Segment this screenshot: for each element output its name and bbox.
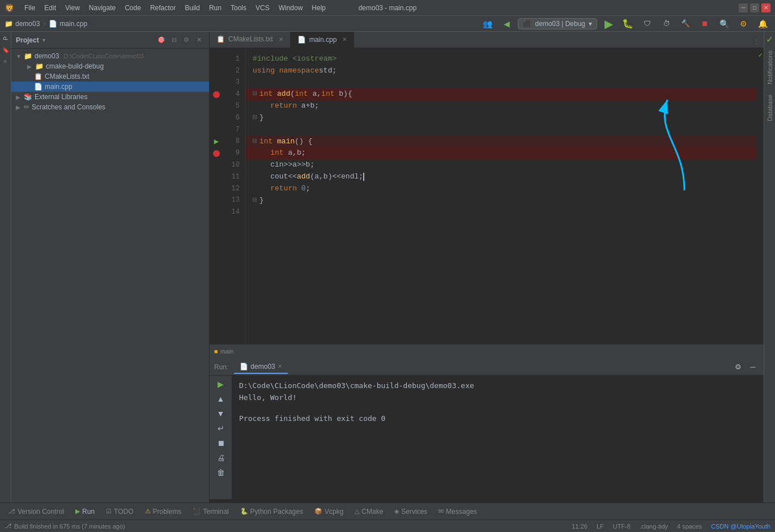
tree-main-cpp[interactable]: 📄 main.cpp bbox=[11, 82, 209, 92]
menu-edit[interactable]: Edit bbox=[41, 3, 59, 13]
run-stop-button[interactable]: ⏹ bbox=[215, 437, 227, 449]
scratch-icon: ✏ bbox=[24, 103, 29, 111]
run-with-coverage-button[interactable]: 🛡 bbox=[639, 16, 655, 32]
right-sidebar: ✓ Notifications Database bbox=[764, 32, 775, 503]
close-button[interactable]: ✕ bbox=[761, 3, 770, 12]
tree-cmakelists[interactable]: 📋 CMakeLists.txt bbox=[11, 71, 209, 82]
tab-cpp-icon: 📄 bbox=[297, 36, 306, 44]
menu-refactor[interactable]: Refactor bbox=[147, 3, 179, 13]
menu-run[interactable]: Run bbox=[206, 3, 225, 13]
btab-services[interactable]: ◈ Services bbox=[389, 505, 433, 518]
run-wrap-button[interactable]: ↵ bbox=[215, 422, 227, 435]
run-scroll-down-button[interactable]: ▼ bbox=[215, 407, 227, 420]
locate-file-button[interactable]: 🎯 bbox=[156, 35, 167, 46]
build-button[interactable]: 🔨 bbox=[678, 16, 693, 32]
bookmarks-icon[interactable]: 🔖 bbox=[1, 45, 10, 54]
btab-cmake[interactable]: △ CMake bbox=[349, 505, 389, 518]
run-collapse-button[interactable]: ─ bbox=[747, 361, 759, 373]
bp-7 bbox=[210, 124, 223, 136]
menu-vcs[interactable]: VCS bbox=[252, 3, 273, 13]
menu-view[interactable]: View bbox=[62, 3, 83, 13]
run-button[interactable]: ▶ bbox=[601, 16, 616, 32]
menu-window[interactable]: Window bbox=[275, 3, 306, 13]
structure-icon[interactable]: ≡ bbox=[1, 57, 10, 66]
btab-version-control[interactable]: ⎇ Version Control bbox=[2, 505, 70, 518]
minimize-button[interactable]: ─ bbox=[739, 3, 748, 12]
run-tab-close[interactable]: ✕ bbox=[278, 363, 282, 369]
debug-button[interactable]: 🐛 bbox=[620, 16, 636, 32]
notifications-button[interactable]: 🔔 bbox=[755, 16, 770, 32]
root-folder-icon: 📁 bbox=[24, 52, 32, 60]
maximize-button[interactable]: □ bbox=[750, 3, 759, 12]
btab-vcpkg-label: Vcpkg bbox=[325, 508, 343, 516]
close-panel-button[interactable]: ✕ bbox=[193, 35, 205, 46]
menu-code[interactable]: Code bbox=[121, 3, 144, 13]
run-config-label: demo03 | Debug bbox=[535, 20, 585, 28]
ext-icon: 📚 bbox=[24, 93, 32, 101]
run-delete-button[interactable]: 🗑 bbox=[215, 466, 227, 479]
editor-more-button[interactable]: ⋮ bbox=[750, 36, 761, 48]
btab-python-packages[interactable]: 🐍 Python Packages bbox=[235, 505, 309, 518]
btab-vc-icon: ⎇ bbox=[8, 508, 15, 515]
panel-settings-button[interactable]: ⚙ bbox=[181, 35, 192, 46]
status-indent[interactable]: 4 spaces bbox=[677, 523, 702, 530]
menu-bar: File Edit View Navigate Code Refactor Bu… bbox=[21, 3, 329, 13]
vcs-update-button[interactable]: 👥 bbox=[479, 16, 495, 32]
breakpoint-gutter[interactable]: ▶ bbox=[210, 49, 223, 344]
tab-cpp-close[interactable]: ✕ bbox=[342, 36, 347, 42]
code-line-12: return 0; bbox=[246, 183, 757, 195]
tree-scratches[interactable]: ▶ ✏ Scratches and Consoles bbox=[11, 102, 209, 112]
profile-button[interactable]: ⏱ bbox=[658, 16, 674, 32]
run-settings-button[interactable]: ⚙ bbox=[732, 361, 744, 373]
stop-button[interactable]: ⏹ bbox=[697, 16, 713, 32]
tab-cmake-icon: 📋 bbox=[216, 35, 225, 43]
tree-external-libs[interactable]: ▶ 📚 External Libraries bbox=[11, 92, 209, 102]
right-tab-database[interactable]: Database bbox=[765, 90, 774, 126]
run-play-button[interactable]: ▶ bbox=[215, 378, 227, 390]
editor-scrollbar[interactable]: ✓ bbox=[757, 49, 764, 344]
status-line-ending[interactable]: LF bbox=[597, 523, 604, 530]
code-content[interactable]: #include <iostream> using namespace std;… bbox=[246, 49, 757, 344]
menu-help[interactable]: Help bbox=[308, 3, 329, 13]
run-scroll-up-button[interactable]: ▲ bbox=[215, 393, 227, 405]
menu-file[interactable]: File bbox=[21, 3, 39, 13]
run-configuration[interactable]: ⬛ demo03 | Debug ▾ bbox=[518, 18, 597, 29]
breadcrumb-demo03[interactable]: 📁 demo03 bbox=[5, 20, 40, 28]
btab-terminal[interactable]: ⬛ Terminal bbox=[187, 505, 234, 518]
bp-3 bbox=[210, 77, 223, 89]
menu-tools[interactable]: Tools bbox=[227, 3, 250, 13]
menu-navigate[interactable]: Navigate bbox=[86, 3, 119, 13]
btab-problems[interactable]: ⚠ Problems bbox=[139, 505, 188, 518]
btab-run[interactable]: ▶ Run bbox=[70, 505, 100, 518]
btab-todo[interactable]: ☑ TODO bbox=[100, 505, 139, 518]
bp-9[interactable] bbox=[210, 147, 223, 159]
code-editor[interactable]: ▶ 1 2 3 4 5 6 7 8 9 10 11 12 bbox=[210, 49, 764, 344]
tab-cmake-close[interactable]: ✕ bbox=[279, 36, 283, 42]
tab-cmakelists[interactable]: 📋 CMakeLists.txt ✕ bbox=[210, 32, 291, 48]
project-tab-icon[interactable]: P bbox=[1, 34, 10, 43]
run-output-empty bbox=[239, 404, 757, 413]
tree-root[interactable]: ▼ 📁 demo03 D:\Code\CLionCode\demo03 bbox=[11, 51, 209, 61]
btab-vcpkg[interactable]: 📦 Vcpkg bbox=[309, 505, 349, 518]
window-controls: ─ □ ✕ bbox=[739, 3, 770, 12]
tree-cmake-build[interactable]: ▶ 📁 cmake-build-debug bbox=[11, 61, 209, 71]
back-button[interactable]: ◀ bbox=[499, 16, 514, 32]
settings-button[interactable]: ⚙ bbox=[735, 16, 751, 32]
bp-4[interactable] bbox=[210, 88, 223, 100]
panel-tools: 🎯 ⊟ ⚙ ✕ bbox=[156, 35, 205, 46]
status-line-col[interactable]: 11:26 bbox=[572, 523, 587, 530]
btab-messages[interactable]: ✉ Messages bbox=[433, 505, 483, 518]
root-arrow: ▼ bbox=[16, 53, 22, 59]
run-tab-demo03[interactable]: 📄 demo03 ✕ bbox=[234, 360, 287, 374]
tab-main-cpp[interactable]: 📄 main.cpp ✕ bbox=[291, 32, 355, 48]
bp-5 bbox=[210, 100, 223, 112]
status-inspection[interactable]: .clang-tidy bbox=[640, 523, 668, 530]
right-tab-notifications[interactable]: Notifications bbox=[765, 46, 774, 89]
collapse-all-button[interactable]: ⊟ bbox=[168, 35, 180, 46]
breadcrumb-main-cpp[interactable]: 📄 main.cpp bbox=[49, 20, 87, 28]
search-button[interactable]: 🔍 bbox=[716, 16, 732, 32]
menu-build[interactable]: Build bbox=[181, 3, 203, 13]
status-encoding[interactable]: UTF-8 bbox=[613, 523, 631, 530]
run-print-button[interactable]: 🖨 bbox=[215, 452, 227, 464]
statusbar-left: ⎇ Build finished in 675 ms (7 minutes ag… bbox=[5, 522, 125, 530]
